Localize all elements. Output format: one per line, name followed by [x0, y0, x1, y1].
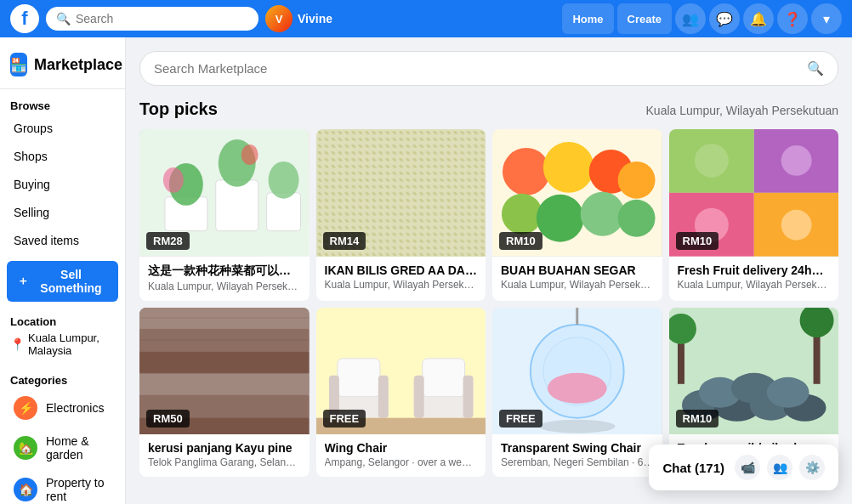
product-card[interactable]: FREE Transparent Swing Chair Seremban, N…	[492, 308, 662, 478]
svg-rect-45	[378, 375, 388, 417]
product-card[interactable]: RM14 IKAN BILIS GRED AA DARI TAWA... Kua…	[316, 129, 486, 301]
product-name: IKAN BILIS GRED AA DARI TAWA...	[325, 263, 478, 277]
product-image: FREE	[316, 308, 486, 435]
groups-label: Groups	[14, 122, 53, 135]
search-icon: 🔍	[56, 12, 71, 25]
create-button[interactable]: Create	[617, 3, 672, 34]
categories-label: Categories	[0, 371, 125, 388]
sidebar-brand: 🏪 Marketplace	[0, 48, 125, 89]
facebook-logo[interactable]: f	[10, 4, 39, 33]
messenger-icon[interactable]: 💬	[709, 3, 740, 34]
products-grid: RM28 这是一款种花种菜都可以的种植设... Kuala Lumpur, Wi…	[139, 129, 838, 477]
svg-point-28	[694, 144, 728, 178]
sidebar-item-property-rent[interactable]: 🏠 Property to rent	[3, 469, 122, 504]
sidebar-item-shops[interactable]: Shops	[3, 143, 122, 170]
svg-rect-49	[463, 375, 473, 417]
svg-rect-33	[139, 308, 310, 329]
svg-point-29	[781, 145, 811, 176]
sidebar: 🏪 Marketplace Browse Groups Shops Buying…	[0, 37, 126, 504]
sidebar-item-selling[interactable]: Selling	[3, 199, 122, 226]
price-badge: FREE	[323, 410, 366, 428]
location-section: Location 📍 Kuala Lumpur, Malaysia	[0, 309, 125, 360]
product-location: Kuala Lumpur, Wilayah Persekutuan · ...	[501, 279, 654, 291]
video-call-icon[interactable]: 📹	[735, 455, 760, 480]
product-card[interactable]: RM10 BUAH BUAHAN SEGAR Kuala Lumpur, Wil…	[492, 129, 662, 301]
price-badge: RM28	[146, 232, 190, 250]
product-location: Ampang, Selangor · over a week ago	[325, 456, 478, 468]
property-rent-label: Property to rent	[46, 476, 111, 503]
electronics-label: Electronics	[46, 401, 104, 415]
svg-point-20	[537, 195, 584, 242]
chat-widget[interactable]: Chat (171) 📹 👥 ⚙️	[649, 445, 838, 490]
product-info: Wing Chair Ampang, Selangor · over a wee…	[316, 434, 486, 477]
product-info: Transparent Swing Chair Seremban, Negeri…	[492, 434, 662, 477]
svg-point-6	[269, 161, 299, 199]
svg-point-18	[618, 161, 656, 199]
chat-settings-icon[interactable]: ⚙️	[799, 455, 825, 480]
svg-rect-48	[413, 375, 423, 417]
product-image: RM10	[669, 129, 839, 257]
home-garden-label: Home & garden	[46, 434, 111, 462]
sidebar-item-buying[interactable]: Buying	[3, 171, 122, 198]
product-image: RM10	[492, 129, 662, 257]
price-badge: RM50	[146, 410, 190, 428]
product-card[interactable]: RM50 kerusi panjang Kayu pine Telok Pang…	[139, 308, 310, 478]
product-info: BUAH BUAHAN SEGAR Kuala Lumpur, Wilayah …	[492, 257, 662, 299]
svg-point-21	[581, 192, 625, 236]
more-icon[interactable]: ▾	[811, 3, 842, 34]
product-location: Kuala Lumpur, Wilayah Persekutuan · ...	[148, 280, 301, 292]
product-location: Seremban, Negeri Sembilan · 6 days a...	[501, 456, 654, 468]
product-card[interactable]: RM10 Fresh Fruit delivery 24hours RM10 K…	[669, 129, 839, 301]
marketplace-icon: 🏪	[10, 53, 27, 76]
location-pin-icon: 📍	[10, 337, 25, 351]
location-value[interactable]: 📍 Kuala Lumpur, Malaysia	[10, 331, 115, 357]
svg-rect-43	[337, 358, 379, 396]
notifications-icon[interactable]: 🔔	[743, 3, 774, 34]
sidebar-item-groups[interactable]: Groups	[3, 115, 122, 142]
main-layout: 🏪 Marketplace Browse Groups Shops Buying…	[0, 37, 852, 504]
product-info: IKAN BILIS GRED AA DARI TAWA... Kuala Lu…	[316, 257, 486, 299]
search-bar-icon: 🔍	[807, 60, 824, 76]
svg-point-31	[781, 210, 811, 241]
nav-user-info[interactable]: V Vivine	[265, 5, 332, 32]
chat-label: Chat (171)	[662, 461, 724, 475]
friends-icon[interactable]: 👥	[675, 3, 706, 34]
svg-point-19	[502, 194, 542, 235]
svg-point-8	[241, 144, 258, 165]
avatar[interactable]: V	[265, 5, 293, 32]
svg-rect-47	[422, 358, 464, 396]
home-button[interactable]: Home	[562, 3, 613, 34]
product-name: Wing Chair	[325, 441, 478, 455]
chat-actions: 📹 👥 ⚙️	[735, 455, 825, 480]
product-image: FREE	[492, 308, 662, 435]
product-name: kerusi panjang Kayu pine	[148, 441, 301, 455]
product-card[interactable]: FREE Wing Chair Ampang, Selangor · over …	[316, 308, 486, 478]
new-group-icon[interactable]: 👥	[767, 455, 792, 480]
svg-point-64	[766, 377, 809, 407]
product-name: BUAH BUAHAN SEGAR	[501, 263, 654, 277]
product-card[interactable]: RM28 这是一款种花种菜都可以的种植设... Kuala Lumpur, Wi…	[139, 129, 310, 301]
plus-icon: ＋	[17, 274, 29, 289]
product-image: RM50	[139, 308, 310, 435]
product-name: Fresh Fruit delivery 24hours RM10	[678, 263, 831, 277]
saved-label: Saved items	[14, 234, 79, 247]
nav-search-bar[interactable]: 🔍	[46, 7, 258, 31]
sidebar-item-home-garden[interactable]: 🏡 Home & garden	[3, 428, 122, 468]
home-garden-icon: 🏡	[14, 436, 37, 460]
sell-something-button[interactable]: ＋ Sell Something	[7, 261, 118, 302]
location-label: Location	[10, 315, 115, 328]
sidebar-item-electronics[interactable]: ⚡ Electronics	[3, 389, 122, 427]
sidebar-item-saved[interactable]: Saved items	[3, 227, 122, 254]
svg-rect-36	[139, 373, 310, 394]
product-info: 这是一款种花种菜都可以的种植设... Kuala Lumpur, Wilayah…	[139, 257, 310, 301]
electronics-icon: ⚡	[14, 396, 37, 420]
shops-label: Shops	[14, 150, 48, 163]
marketplace-search-input[interactable]	[154, 61, 800, 76]
nav-search-input[interactable]	[76, 12, 248, 25]
buying-label: Buying	[14, 178, 50, 191]
marketplace-search-bar[interactable]: 🔍	[139, 51, 838, 86]
nav-username: Vivine	[298, 12, 332, 25]
nav-actions: Home Create 👥 💬 🔔 ❓ ▾	[562, 3, 842, 34]
help-icon[interactable]: ❓	[777, 3, 808, 34]
top-navigation: f 🔍 V Vivine Home Create 👥 💬 🔔 ❓ ▾	[0, 0, 852, 37]
